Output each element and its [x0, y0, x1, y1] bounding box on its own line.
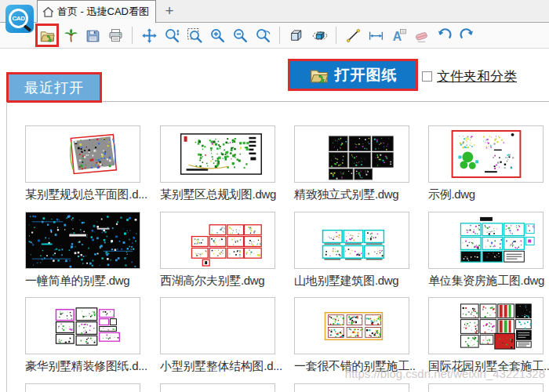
file-card[interactable]: 一套很不错的别墅施工.. [294, 297, 409, 374]
new-tab-button[interactable]: + [160, 1, 179, 21]
file-thumbnail[interactable] [25, 212, 140, 269]
file-name: 一幢简单的别墅.dwg [25, 274, 140, 289]
file-thumbnail[interactable] [428, 212, 544, 269]
file-name: 示例.dwg [428, 187, 544, 202]
file-thumbnail[interactable] [25, 297, 140, 354]
file-card[interactable]: 一幢简单的别墅.dwg [25, 212, 140, 289]
app-logo: CAD [5, 5, 34, 33]
file-card-partial[interactable] [294, 383, 409, 392]
file-thumbnail[interactable] [294, 297, 409, 354]
file-thumbnail[interactable] [294, 125, 409, 183]
file-name: 山地别墅建筑图.dwg [294, 274, 409, 289]
file-card[interactable]: 某别墅区总规划图.dwg [160, 125, 275, 202]
file-card[interactable]: 示例.dwg [428, 125, 544, 202]
file-card[interactable]: 山地别墅建筑图.dwg [294, 212, 409, 289]
file-thumbnail[interactable] [294, 212, 409, 269]
file-thumbnail[interactable] [428, 125, 544, 183]
logo-magnifier-handle [24, 24, 31, 31]
file-card[interactable]: 国际花园别墅全套施工.. [428, 297, 544, 374]
tab-title: 首页 - 迅捷CAD看图 [57, 5, 149, 19]
file-card[interactable]: 豪华别墅精装修图纸.d... [25, 297, 140, 374]
tab-home[interactable]: 首页 - 迅捷CAD看图 [37, 0, 156, 23]
file-name: 西湖高尔夫别墅.dwg [160, 274, 275, 289]
file-name: 豪华别墅精装修图纸.d... [25, 359, 140, 374]
file-thumbnail[interactable] [160, 212, 275, 269]
file-name: 某别墅区总规划图.dwg [160, 187, 275, 202]
file-name: 一套很不错的别墅施工.. [294, 359, 409, 374]
file-name: 国际花园别墅全套施工.. [428, 359, 544, 374]
file-card[interactable]: 某别墅规划总平面图.d... [25, 125, 140, 202]
file-card[interactable]: 小型别墅整体结构图.d... [160, 297, 275, 374]
file-thumbnail[interactable] [25, 125, 140, 183]
file-card[interactable]: 单位集资房施工图.dwg [428, 212, 544, 289]
file-card[interactable]: 西湖高尔夫别墅.dwg [160, 212, 275, 289]
file-name: 小型别墅整体结构图.d... [160, 359, 275, 374]
file-card-partial[interactable] [25, 383, 140, 392]
file-card[interactable]: 精致独立式别墅.dwg [294, 125, 409, 202]
file-thumbnail[interactable] [160, 297, 275, 354]
recent-files-grid: 某别墅规划总平面图.d...某别墅区总规划图.dwg精致独立式别墅.dwg示例.… [0, 0, 549, 392]
file-card-partial[interactable] [428, 383, 544, 392]
file-name: 精致独立式别墅.dwg [294, 187, 409, 202]
file-name: 某别墅规划总平面图.d... [25, 187, 140, 202]
file-name: 单位集资房施工图.dwg [428, 274, 544, 289]
file-thumbnail[interactable] [428, 297, 544, 354]
home-icon [42, 5, 55, 19]
file-card-partial[interactable] [160, 383, 275, 392]
file-thumbnail[interactable] [160, 125, 275, 183]
